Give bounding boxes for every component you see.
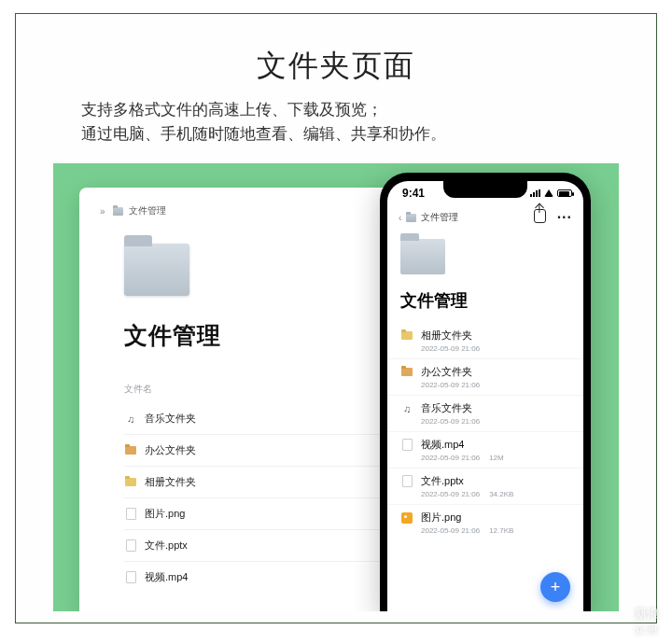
- file-name: 办公文件夹: [421, 365, 472, 379]
- phone-screen: 9:41 ‹ 文件管理 ···: [387, 181, 583, 611]
- list-item[interactable]: 图片.png 2022-05-09 21:0612.7KB: [387, 504, 583, 540]
- share-icon[interactable]: [534, 209, 546, 223]
- file-time: 2022-05-09 21:06: [421, 490, 480, 498]
- image-orange-icon: [400, 511, 413, 525]
- showcase-area: » 文件管理 文件管理 文件名 ♫音乐文件夹 办公文件夹 相册文件夹 图片.pn…: [53, 163, 619, 611]
- more-icon[interactable]: ···: [557, 209, 572, 226]
- phone-frame: 9:41 ‹ 文件管理 ···: [380, 173, 591, 611]
- breadcrumb[interactable]: ‹ 文件管理: [399, 211, 458, 224]
- watermark-line2: 众测: [635, 623, 659, 637]
- list-item[interactable]: 文件.pptx 2022-05-09 21:0634.2KB: [387, 468, 583, 504]
- file-name: 相册文件夹: [145, 475, 196, 489]
- doc-icon: [400, 439, 413, 452]
- subtitle-line-1: 支持多格式文件的高速上传、下载及预览；: [81, 98, 446, 122]
- file-name: 音乐文件夹: [145, 412, 196, 426]
- list-item[interactable]: 相册文件夹 2022-05-09 21:06: [387, 323, 583, 358]
- photo-folder-icon: [124, 476, 137, 489]
- column-header-name: 文件名: [124, 383, 382, 396]
- phone-header: ‹ 文件管理 ···: [387, 209, 583, 226]
- list-item[interactable]: ♫音乐文件夹: [124, 403, 382, 434]
- page-subtitle: 支持多格式文件的高速上传、下载及预览； 通过电脑、手机随时随地查看、编辑、共享和…: [81, 98, 446, 147]
- wifi-icon: [544, 189, 553, 197]
- breadcrumb[interactable]: » 文件管理: [100, 204, 382, 217]
- photo-folder-icon: [400, 329, 413, 343]
- folder-large-icon: [400, 239, 445, 274]
- phone-notch: [443, 181, 527, 198]
- phone-heading: 文件管理: [400, 289, 583, 312]
- file-size: 12M: [489, 454, 504, 462]
- phone-file-list: 相册文件夹 2022-05-09 21:06 办公文件夹 2022-05-09 …: [387, 323, 583, 540]
- doc-icon: [124, 508, 137, 521]
- file-name: 办公文件夹: [145, 443, 196, 457]
- desktop-window: » 文件管理 文件管理 文件名 ♫音乐文件夹 办公文件夹 相册文件夹 图片.pn…: [79, 188, 402, 611]
- file-name: 视频.mp4: [145, 570, 188, 584]
- file-size: 12.7KB: [489, 526, 513, 535]
- breadcrumb-label: 文件管理: [129, 204, 166, 217]
- page-frame: 文件夹页面 支持多格式文件的高速上传、下载及预览； 通过电脑、手机随时随地查看、…: [15, 13, 657, 623]
- file-name: 图片.png: [145, 507, 185, 521]
- music-icon: ♫: [400, 402, 413, 415]
- signal-icon: [530, 189, 540, 197]
- file-time: 2022-05-09 21:06: [421, 454, 480, 462]
- doc-icon: [124, 539, 137, 553]
- watermark-line1: 新浪: [635, 607, 659, 621]
- breadcrumb-label: 文件管理: [421, 211, 458, 224]
- list-item[interactable]: 相册文件夹: [124, 466, 382, 497]
- folder-large-icon: [124, 244, 189, 296]
- list-item[interactable]: 办公文件夹 2022-05-09 21:06: [387, 358, 583, 395]
- watermark: 新浪 众测: [635, 606, 659, 637]
- file-size: 34.2KB: [489, 490, 513, 498]
- list-item[interactable]: 办公文件夹: [124, 434, 382, 466]
- file-time: 2022-05-09 21:06: [421, 417, 480, 426]
- gold-folder-icon: [400, 366, 413, 379]
- desktop-heading: 文件管理: [124, 320, 382, 351]
- list-item[interactable]: 视频.mp4 2022-05-09 21:0612M: [387, 431, 583, 468]
- subtitle-line-2: 通过电脑、手机随时随地查看、编辑、共享和协作。: [81, 122, 446, 147]
- list-item[interactable]: ♫音乐文件夹 2022-05-09 21:06: [387, 395, 583, 431]
- file-name: 视频.mp4: [421, 438, 464, 452]
- gold-folder-icon: [124, 444, 137, 457]
- add-button[interactable]: +: [540, 572, 570, 602]
- chevron-right-icon: »: [100, 206, 105, 217]
- doc-icon: [400, 475, 413, 488]
- folder-icon: [406, 214, 416, 222]
- file-time: 2022-05-09 21:06: [421, 526, 480, 535]
- folder-icon: [113, 207, 123, 216]
- battery-icon: [557, 189, 572, 197]
- file-name: 图片.png: [421, 511, 461, 525]
- list-item[interactable]: 图片.png: [124, 497, 382, 529]
- file-name: 相册文件夹: [421, 329, 472, 343]
- desktop-file-list: ♫音乐文件夹 办公文件夹 相册文件夹 图片.png 文件.pptx 视频.mp4: [124, 403, 382, 593]
- list-item[interactable]: 文件.pptx: [124, 529, 382, 561]
- music-icon: ♫: [124, 413, 137, 426]
- file-name: 文件.pptx: [421, 474, 464, 488]
- file-time: 2022-05-09 21:06: [421, 344, 480, 353]
- file-name: 文件.pptx: [145, 539, 188, 553]
- file-time: 2022-05-09 21:06: [421, 381, 480, 389]
- doc-icon: [124, 571, 137, 584]
- page-title: 文件夹页面: [257, 46, 415, 87]
- chevron-left-icon: ‹: [399, 213, 401, 223]
- list-item[interactable]: 视频.mp4: [124, 561, 382, 593]
- status-time: 9:41: [402, 187, 425, 200]
- file-name: 音乐文件夹: [421, 401, 472, 415]
